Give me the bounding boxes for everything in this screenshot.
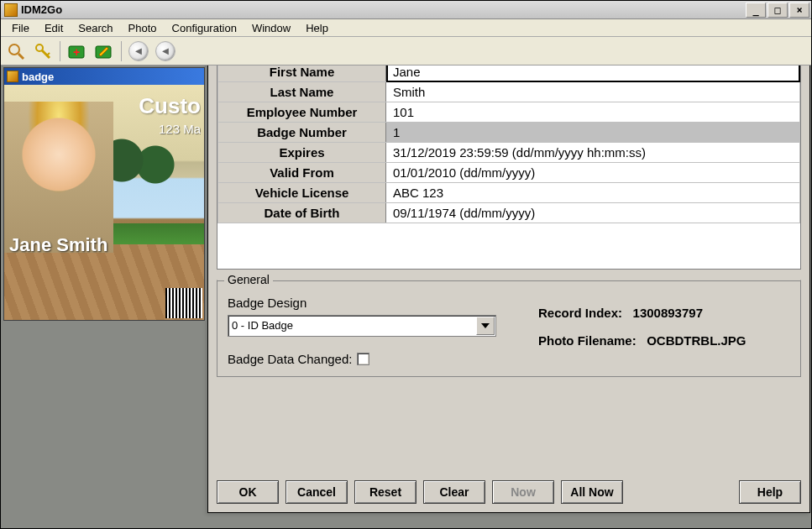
toolbar-key-icon[interactable] — [31, 39, 55, 63]
svg-point-0 — [9, 45, 19, 55]
svg-line-1 — [18, 54, 24, 59]
arrow-left-icon: ◄ — [155, 41, 175, 61]
current-record-dialog: Current Record × First Name Jane Last Na… — [207, 65, 810, 513]
field-value-expires[interactable]: 31/12/2019 23:59:59 (dd/mm/yyyy hh:mm:ss… — [386, 143, 800, 163]
badge-window-title: badge — [22, 71, 54, 83]
field-value-badge-number[interactable]: 1 — [386, 123, 800, 143]
dialog-button-row: OK Cancel Reset Clear Now All Now Help — [217, 475, 801, 505]
photo-filename-value: OCBDTRBL.JPG — [647, 333, 746, 348]
toolbar-search-icon[interactable] — [4, 39, 28, 63]
table-row: Last Name Smith — [218, 82, 800, 102]
clear-button[interactable]: Clear — [423, 480, 485, 504]
menu-photo[interactable]: Photo — [121, 20, 165, 36]
badge-address: 123 Ma — [159, 122, 201, 136]
app-icon — [4, 3, 18, 17]
field-label-date-of-birth: Date of Birth — [218, 203, 386, 223]
field-label-vehicle-license: Vehicle License — [218, 183, 386, 203]
table-row: Employee Number 101 — [218, 102, 800, 123]
field-label-expires: Expires — [218, 143, 386, 163]
table-row: Badge Number 1 — [218, 123, 800, 143]
menu-help[interactable]: Help — [298, 20, 336, 36]
general-legend: General — [224, 273, 273, 286]
badge-data-changed-label: Badge Data Changed: — [228, 352, 352, 366]
record-grid: First Name Jane Last Name Smith Employee… — [217, 65, 801, 270]
menu-search[interactable]: Search — [71, 20, 120, 36]
toolbar: + ◄ ◄ — [1, 37, 811, 65]
app-window: IDM2Go _ □ × File Edit Search Photo Conf… — [0, 0, 812, 529]
svg-marker-8 — [481, 323, 490, 328]
table-row: Valid From 01/01/2010 (dd/mm/yyyy) — [218, 163, 800, 183]
badge-photo — [4, 102, 113, 253]
table-row: Expires 31/12/2019 23:59:59 (dd/mm/yyyy … — [218, 143, 800, 163]
cancel-button[interactable]: Cancel — [286, 480, 348, 504]
svg-point-2 — [36, 45, 43, 51]
toolbar-separator — [121, 41, 122, 61]
field-value-last-name[interactable]: Smith — [386, 82, 800, 102]
svg-text:+: + — [73, 45, 80, 59]
badge-name: Jane Smith — [9, 234, 107, 256]
badge-design-label: Badge Design — [228, 296, 513, 310]
toolbar-edit-record-icon[interactable] — [92, 39, 116, 63]
badge-design-value: 0 - ID Badge — [232, 319, 293, 332]
svg-line-4 — [47, 53, 50, 55]
badge-window-titlebar[interactable]: badge — [4, 68, 204, 85]
table-row: Date of Birth 09/11/1974 (dd/mm/yyyy) — [218, 203, 800, 223]
toolbar-add-record-icon[interactable]: + — [65, 39, 89, 63]
app-titlebar: IDM2Go _ □ × — [1, 1, 811, 19]
field-value-date-of-birth[interactable]: 09/11/1974 (dd/mm/yyyy) — [386, 203, 800, 223]
all-now-button[interactable]: All Now — [561, 480, 623, 504]
photo-filename-label: Photo Filename: — [538, 333, 637, 348]
badge-design-select[interactable]: 0 - ID Badge — [228, 315, 496, 337]
badge-preview: Custo 123 Ma Jane Smith — [4, 85, 204, 320]
menu-configuration[interactable]: Configuration — [165, 20, 244, 36]
badge-data-changed-checkbox[interactable] — [357, 353, 369, 365]
badge-window-icon — [7, 71, 18, 82]
record-index-value: 1300893797 — [633, 306, 703, 320]
record-index-label: Record Index: — [538, 306, 622, 320]
field-label-first-name: First Name — [218, 65, 386, 82]
dropdown-arrow-icon[interactable] — [476, 317, 495, 335]
toolbar-separator — [60, 41, 60, 61]
arrow-left-icon: ◄ — [128, 41, 149, 61]
field-label-last-name: Last Name — [218, 82, 386, 102]
menu-edit[interactable]: Edit — [37, 20, 71, 36]
nav-back-button[interactable]: ◄ — [127, 39, 150, 63]
field-value-valid-from[interactable]: 01/01/2010 (dd/mm/yyyy) — [386, 163, 800, 183]
field-label-employee-number: Employee Number — [218, 102, 386, 123]
reset-button[interactable]: Reset — [354, 480, 416, 504]
now-button[interactable]: Now — [492, 480, 554, 504]
table-row: Vehicle License ABC 123 — [218, 183, 800, 203]
table-row: First Name Jane — [218, 65, 800, 82]
barcode-icon — [165, 288, 202, 318]
menu-file[interactable]: File — [4, 20, 37, 36]
field-value-vehicle-license[interactable]: ABC 123 — [386, 183, 800, 203]
close-button[interactable]: × — [789, 3, 809, 18]
badge-heading: Custo — [139, 93, 201, 119]
help-button[interactable]: Help — [739, 480, 801, 504]
menu-window[interactable]: Window — [244, 20, 298, 36]
minimize-button[interactable]: _ — [746, 3, 766, 18]
general-groupbox: General Badge Design 0 - ID Badge — [217, 280, 801, 377]
field-value-first-name[interactable]: Jane — [386, 65, 800, 82]
app-title: IDM2Go — [21, 3, 744, 16]
field-label-badge-number: Badge Number — [218, 123, 386, 143]
nav-forward-button[interactable]: ◄ — [154, 39, 177, 63]
mdi-client-area: badge Custo 123 Ma Jane Smith Current Re… — [1, 65, 811, 528]
menubar: File Edit Search Photo Configuration Win… — [1, 19, 811, 37]
field-value-employee-number[interactable]: 101 — [386, 102, 800, 123]
ok-button[interactable]: OK — [217, 480, 279, 504]
field-label-valid-from: Valid From — [218, 163, 386, 183]
badge-window: badge Custo 123 Ma Jane Smith — [3, 67, 205, 321]
maximize-button[interactable]: □ — [767, 3, 788, 18]
